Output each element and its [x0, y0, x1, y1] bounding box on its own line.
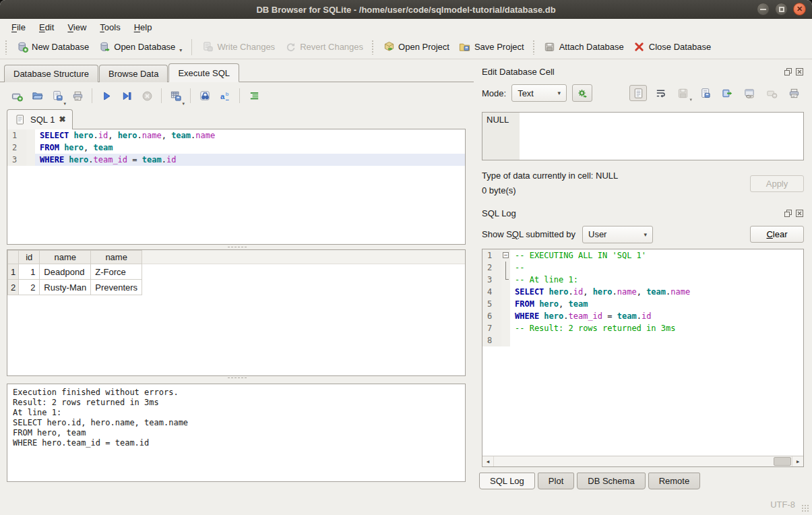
menu-help[interactable]: Help	[128, 20, 158, 34]
open-project-icon	[383, 41, 395, 53]
close-database-button[interactable]: Close Database	[629, 38, 716, 57]
revert-changes-icon	[284, 41, 296, 53]
new-database-button[interactable]: New Database	[11, 38, 94, 57]
dock-tab-plot[interactable]: Plot	[538, 473, 574, 489]
new-sql-tab-button[interactable]	[8, 87, 26, 104]
sql-editor[interactable]: 1SELECT hero.id, hero.name, team.name2FR…	[7, 129, 466, 245]
results-grid[interactable]: idnamename11DeadpondZ-Force22Rusty-ManPr…	[7, 249, 466, 376]
tab-database-structure[interactable]: Database Structure	[4, 65, 98, 82]
save-project-button[interactable]: Save Project	[454, 38, 529, 57]
sql-file-tab-bar: SQL 1 ✖	[0, 108, 474, 129]
menu-view[interactable]: View	[61, 20, 92, 34]
toolbar-separator	[161, 88, 162, 103]
close-panel-icon[interactable]	[795, 67, 804, 76]
code-text: WHERE hero.team_id = team.id	[35, 154, 465, 166]
grid-cell[interactable]: Z-Force	[91, 264, 142, 280]
sql-log-view[interactable]: 1−-- EXECUTING ALL IN 'SQL 1'2--3-- At l…	[482, 249, 804, 467]
execution-status: Execution finished without errors. Resul…	[7, 384, 466, 482]
minimize-button[interactable]	[757, 3, 770, 16]
execute-all-button[interactable]	[98, 87, 115, 104]
open-database-button[interactable]: Open Database▾	[94, 37, 187, 57]
grid-cell[interactable]: 1	[19, 264, 40, 280]
cell-value-editor[interactable]: NULL	[482, 112, 804, 160]
grid-cell[interactable]: Deadpond	[40, 264, 91, 280]
open-external-button[interactable]	[741, 85, 758, 101]
scrollbar-track[interactable]	[493, 456, 792, 466]
cell-edit-area[interactable]	[520, 113, 803, 160]
grid-cell[interactable]: 2	[19, 280, 40, 295]
export-results-button[interactable]: ▾	[167, 87, 185, 104]
code-text: FROM hero, team	[35, 142, 465, 154]
dock-tab-db-schema[interactable]: DB Schema	[577, 473, 645, 489]
scroll-right-icon[interactable]: ▶	[792, 456, 803, 466]
submitter-combobox[interactable]: User ▾	[582, 226, 653, 243]
code-line-3: 3-- At line 1:	[482, 274, 803, 286]
close-sql-tab-icon[interactable]: ✖	[59, 115, 65, 123]
export-data-button[interactable]	[718, 85, 736, 101]
scrollbar-thumb[interactable]	[774, 457, 791, 466]
line-number: 8	[482, 334, 501, 346]
menu-edit[interactable]: Edit	[33, 20, 60, 34]
print-cell-button[interactable]	[785, 85, 803, 101]
close-panel-icon[interactable]	[795, 209, 804, 218]
text-mode-button[interactable]	[629, 85, 647, 101]
row-header[interactable]: 2	[8, 280, 19, 295]
scroll-left-icon[interactable]: ◀	[482, 456, 493, 466]
fold-margin	[501, 274, 510, 286]
line-number: 3	[482, 274, 501, 286]
line-number: 6	[482, 310, 501, 322]
maximize-button[interactable]	[775, 3, 788, 16]
resize-grip[interactable]	[801, 504, 810, 513]
line-number: 3	[7, 154, 26, 166]
dropdown-caret-icon[interactable]: ▾	[182, 101, 185, 107]
import-data-button[interactable]	[696, 85, 714, 101]
format-sql-button[interactable]	[245, 87, 263, 104]
execute-current-line-button[interactable]	[118, 87, 135, 104]
grid-corner-cell[interactable]	[8, 251, 19, 264]
mode-label: Mode:	[482, 88, 506, 98]
sql-document-icon	[14, 113, 26, 125]
auto-apply-button[interactable]	[572, 84, 592, 102]
clear-button[interactable]: Clear	[750, 226, 804, 243]
horizontal-scrollbar[interactable]: ◀ ▶	[482, 456, 803, 466]
splitter-editor-results[interactable]	[0, 245, 474, 249]
grid-cell[interactable]: Rusty-Man	[40, 280, 91, 295]
word-highlight-button[interactable]: ab	[216, 87, 234, 104]
open-project-button[interactable]: Open Project	[378, 38, 454, 57]
save-project-label: Save Project	[474, 42, 524, 52]
find-button[interactable]	[196, 87, 214, 104]
menu-tools[interactable]: Tools	[94, 20, 126, 34]
splitter-results-message[interactable]	[0, 376, 474, 380]
open-sql-file-button[interactable]	[28, 87, 46, 104]
cell-null-area: NULL	[482, 113, 520, 160]
column-header-name-1[interactable]: name	[40, 251, 91, 264]
tab-browse-data[interactable]: Browse Data	[99, 65, 168, 82]
column-header-id-0[interactable]: id	[19, 251, 40, 264]
undock-icon[interactable]	[784, 67, 792, 76]
code-text: SELECT hero.id, hero.name, team.name	[510, 286, 803, 298]
menu-file[interactable]: File	[5, 20, 32, 34]
dropdown-caret-icon[interactable]: ▾	[63, 101, 66, 107]
fold-collapse-icon[interactable]: −	[503, 252, 509, 258]
print-sql-button[interactable]	[69, 87, 86, 104]
undock-icon[interactable]	[784, 209, 792, 218]
mode-combobox[interactable]: Text ▾	[511, 84, 567, 102]
export-cell-icon	[721, 87, 733, 99]
encoding-indicator[interactable]: UTF-8	[770, 499, 795, 510]
line-number: 1	[482, 249, 501, 262]
close-button[interactable]: ✕	[793, 3, 806, 16]
word-wrap-button[interactable]	[652, 85, 669, 101]
save-sql-file-button[interactable]: ▾	[49, 87, 66, 104]
dropdown-caret-icon[interactable]: ▾	[179, 47, 182, 53]
tab-sql-1[interactable]: SQL 1 ✖	[7, 109, 73, 129]
tab-execute-sql[interactable]: Execute SQL	[168, 63, 239, 82]
cell-type-text: Type of data currently in cell: NULL	[482, 169, 618, 183]
dock-tab-remote[interactable]: Remote	[648, 473, 701, 489]
execute-all-icon	[100, 90, 113, 102]
attach-database-button[interactable]: Attach Database	[539, 38, 629, 57]
column-header-name-2[interactable]: name	[91, 251, 142, 264]
row-header[interactable]: 1	[8, 264, 19, 280]
dock-tab-sql-log[interactable]: SQL Log	[479, 473, 535, 489]
grid-cell[interactable]: Preventers	[91, 280, 142, 295]
import-cell-icon	[699, 87, 711, 99]
